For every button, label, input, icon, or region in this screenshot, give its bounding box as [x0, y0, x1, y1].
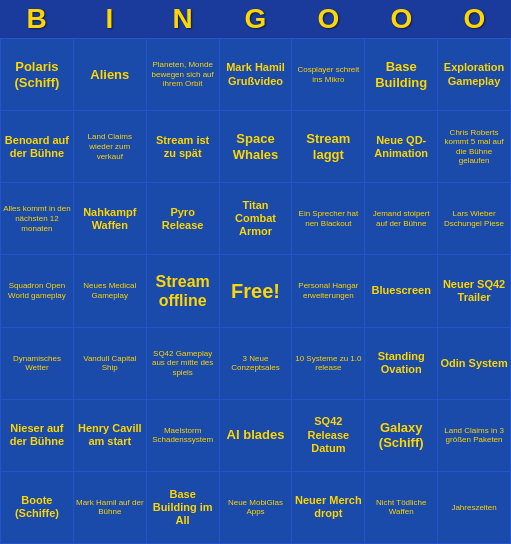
cell-2-4[interactable]: Ein Sprecher hat nen Blackout — [292, 183, 365, 255]
cell-0-3[interactable]: Mark Hamil Grußvideo — [220, 39, 293, 111]
header-letter-n: N — [147, 3, 219, 35]
header-letter-i: I — [74, 3, 146, 35]
cell-1-3[interactable]: Space Whales — [220, 111, 293, 183]
cell-6-1[interactable]: Mark Hamil auf der Bühne — [74, 472, 147, 544]
bingo-container: BINGOOO Polaris (Schiff)AliensPlaneten, … — [0, 0, 511, 544]
cell-5-3[interactable]: AI blades — [220, 400, 293, 472]
bingo-header: BINGOOO — [0, 0, 511, 38]
cell-5-6[interactable]: Land Claims in 3 größen Paketen — [438, 400, 511, 472]
cell-4-1[interactable]: Vandull Capital Ship — [74, 328, 147, 400]
cell-3-3[interactable]: Free! — [220, 255, 293, 327]
bingo-grid: Polaris (Schiff)AliensPlaneten, Monde be… — [0, 38, 511, 544]
cell-1-0[interactable]: Benoard auf der Bühne — [1, 111, 74, 183]
cell-1-6[interactable]: Chris Roberts kommt 5 mal auf die Bühne … — [438, 111, 511, 183]
cell-6-4[interactable]: Neuer Merch dropt — [292, 472, 365, 544]
cell-1-5[interactable]: Neue QD-Animation — [365, 111, 438, 183]
cell-5-1[interactable]: Henry Cavill am start — [74, 400, 147, 472]
cell-1-1[interactable]: Land Claims wieder zum verkauf — [74, 111, 147, 183]
cell-6-3[interactable]: Neue MobiGlas Apps — [220, 472, 293, 544]
cell-3-2[interactable]: Stream offline — [147, 255, 220, 327]
cell-5-5[interactable]: Galaxy (Schiff) — [365, 400, 438, 472]
cell-6-0[interactable]: Boote (Schiffe) — [1, 472, 74, 544]
cell-0-1[interactable]: Aliens — [74, 39, 147, 111]
cell-6-6[interactable]: Jahreszeiten — [438, 472, 511, 544]
cell-2-5[interactable]: Jemand stolpert auf der Bühne — [365, 183, 438, 255]
cell-2-3[interactable]: Titan Combat Armor — [220, 183, 293, 255]
cell-6-5[interactable]: Nicht Tödliche Waffen — [365, 472, 438, 544]
cell-5-0[interactable]: Nieser auf der Bühne — [1, 400, 74, 472]
cell-0-6[interactable]: Exploration Gameplay — [438, 39, 511, 111]
cell-2-2[interactable]: Pyro Release — [147, 183, 220, 255]
cell-4-0[interactable]: Dynamisches Wetter — [1, 328, 74, 400]
header-letter-o: O — [366, 3, 438, 35]
cell-3-0[interactable]: Squadron Open World gameplay — [1, 255, 74, 327]
cell-2-1[interactable]: Nahkampf Waffen — [74, 183, 147, 255]
cell-6-2[interactable]: Base Building im All — [147, 472, 220, 544]
cell-0-2[interactable]: Planeten, Monde bewegen sich auf ihrem O… — [147, 39, 220, 111]
cell-3-4[interactable]: Personal Hangar erweiterungen — [292, 255, 365, 327]
cell-4-4[interactable]: 10 Systeme zu 1.0 release — [292, 328, 365, 400]
cell-3-6[interactable]: Neuer SQ42 Trailer — [438, 255, 511, 327]
cell-5-2[interactable]: Maelstorm Schadenssystem — [147, 400, 220, 472]
header-letter-b: B — [1, 3, 73, 35]
cell-4-3[interactable]: 3 Neue Conzeptsales — [220, 328, 293, 400]
header-letter-o: O — [293, 3, 365, 35]
header-letter-g: G — [220, 3, 292, 35]
cell-2-0[interactable]: Alles kommt in den nächsten 12 monaten — [1, 183, 74, 255]
header-letter-o: O — [439, 3, 511, 35]
cell-1-2[interactable]: Stream ist zu spät — [147, 111, 220, 183]
cell-4-6[interactable]: Odin System — [438, 328, 511, 400]
cell-1-4[interactable]: Stream laggt — [292, 111, 365, 183]
cell-0-5[interactable]: Base Building — [365, 39, 438, 111]
cell-5-4[interactable]: SQ42 Release Datum — [292, 400, 365, 472]
cell-3-5[interactable]: Bluescreen — [365, 255, 438, 327]
cell-4-5[interactable]: Standing Ovation — [365, 328, 438, 400]
cell-3-1[interactable]: Neues Medical Gameplay — [74, 255, 147, 327]
cell-0-0[interactable]: Polaris (Schiff) — [1, 39, 74, 111]
cell-4-2[interactable]: SQ42 Gameplay aus der mitte des spiels — [147, 328, 220, 400]
cell-0-4[interactable]: Cosplayer schreit ins Mikro — [292, 39, 365, 111]
cell-2-6[interactable]: Lars Wieber Dschungel Piese — [438, 183, 511, 255]
